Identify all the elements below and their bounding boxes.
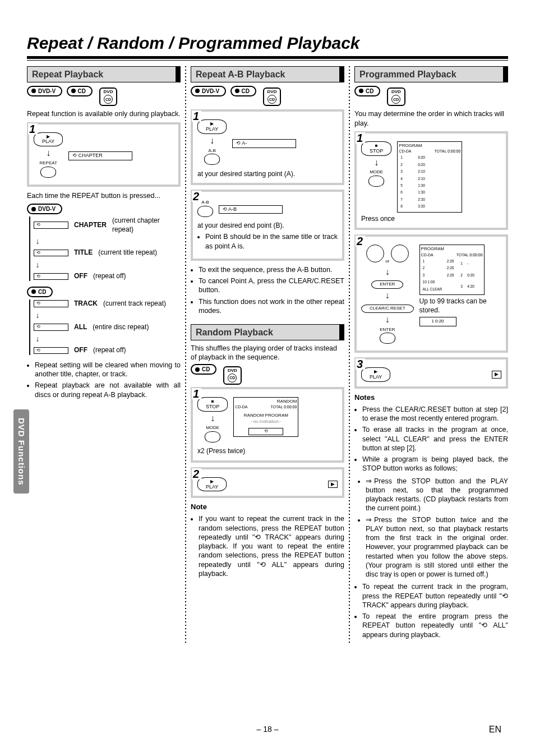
ab-button-2 [197, 206, 213, 217]
ab-step2-caption: at your desired end point (B). [197, 222, 338, 231]
random-step1: 1 ■STOP ↓ MODE RANDOM CD-DATOTAL 0:00:00… [191, 387, 344, 463]
prog-step1-caption: Press once [361, 215, 501, 224]
mode-button [205, 431, 220, 442]
repeat-label: REPEAT [34, 160, 63, 166]
osd-a: ⟲ A- [232, 139, 296, 148]
mode-button-2 [368, 176, 384, 187]
page-lang: EN [489, 725, 501, 735]
col-repeat-playback: Repeat Playback DVD-V CD DVDCD Repeat fu… [27, 66, 181, 643]
random-step2: 2 ▶PLAY ▶ [191, 467, 344, 499]
repeat-notes: Repeat setting will be cleared when movi… [27, 361, 181, 399]
random-step1-caption: x2 (Press twice) [197, 447, 338, 456]
badge-dvdv-2: DVD-V [27, 204, 62, 214]
heading-ab: Repeat A-B Playback [191, 66, 344, 82]
dpad-icon [366, 245, 384, 262]
badge-vcd: DVDCD [99, 87, 118, 106]
badge-vcd-3: DVDCD [223, 366, 242, 385]
dpad-icon-2 [391, 245, 409, 262]
page-footer: – 18 – EN [0, 725, 535, 734]
clear-button: CLEAR/C.RESET [361, 305, 414, 313]
prog-step1: 1 ■STOP ↓ MODE PROGRAM CD-DATOTAL 0:00:0… [354, 131, 508, 231]
random-screen: RANDOM CD-DATOTAL 0:00:00 RANDOM PROGRAM… [233, 397, 298, 437]
ab-notes: To exit the sequence, press the A-B butt… [191, 265, 344, 315]
repeat-button [40, 167, 56, 178]
ab-step1: 1 ▶PLAY ↓ A-B ⟲ A- at your desired start… [191, 109, 344, 185]
ab-label: A-B [197, 148, 227, 154]
stop-button: ■STOP [197, 397, 228, 412]
step-number-1: 1 [28, 123, 38, 135]
badge-cd-4: CD [191, 364, 216, 375]
play-button-3: ▶PLAY [197, 477, 227, 492]
column-separator-1 [185, 66, 186, 643]
ab-button [204, 154, 220, 165]
play-button-2: ▶PLAY [197, 119, 227, 134]
prog-screen-2: PROGRAM CD-DATOTAL 0:00:00 12:2022:2032:… [419, 245, 485, 295]
badge-dvdv-3: DVD-V [191, 86, 226, 96]
ab-step2-bullet: Point B should be in the same title or t… [205, 232, 338, 251]
cd-repeat-cycle: ⟲ TRACK (current track repeat) ↓ ⟲ ALL (… [29, 299, 181, 355]
badge-vcd-2: DVDCD [263, 87, 282, 106]
stop-button-2: ■STOP [361, 141, 391, 156]
prog-screen-2b: 1 0:20 [419, 317, 456, 326]
play-icon-2: ▶ [492, 371, 501, 379]
play-button-4: ▶PLAY [361, 367, 390, 382]
play-button: ▶PLAY [34, 132, 63, 147]
prog-step3: 3 ▶PLAY ▶ [354, 357, 508, 389]
arrow-down-icon: ↓ [34, 147, 63, 159]
prog-notes-tail: To repeat the current track in the progr… [354, 582, 508, 639]
heading-repeat: Repeat Playback [27, 66, 181, 82]
step1-repeat: 1 ▶PLAY ↓ REPEAT ⟲ CHAPTER [27, 122, 181, 187]
osd-chapter: ⟲ CHAPTER [68, 151, 132, 160]
enter-button: ENTER [371, 280, 403, 289]
prog-notes-head: Notes [354, 393, 508, 403]
random-intro: This shuffles the playing order of track… [191, 344, 344, 362]
random-note-head: Note [191, 503, 344, 512]
side-tab-label: DVD Functions [17, 418, 26, 486]
prog-intro: You may determine the order in which tra… [354, 109, 508, 128]
column-separator-2 [349, 66, 350, 643]
prog-screen-1: PROGRAM CD-DATOTAL 0:00:00 10:2020:2032:… [397, 141, 462, 213]
page-title: Repeat / Random / Programmed Playback [27, 34, 508, 53]
repeat-intro: Repeat function is available only during… [27, 109, 181, 118]
cycle-icon: ⟲ [34, 222, 68, 228]
heading-programmed: Programmed Playback [354, 66, 508, 82]
badge-cd-3: CD [230, 86, 256, 96]
badge-vcd-4: DVDCD [387, 87, 405, 106]
prog-step2-caption: Up to 99 tracks can be stored. [419, 297, 501, 315]
heading-random: Random Playback [191, 324, 344, 340]
prog-sub-notes: Press the STOP button and the PLAY butto… [354, 477, 508, 579]
col-center: Repeat A-B Playback DVD-V CD DVDCD 1 ▶PL… [191, 66, 344, 643]
title-rule [27, 56, 508, 61]
badge-cd-5: CD [354, 86, 380, 96]
prog-notes: Press the CLEAR/C.RESET button at step [… [354, 405, 508, 473]
each-time-text: Each time the REPEAT button is pressed..… [27, 191, 181, 200]
badge-cd: CD [67, 86, 93, 96]
side-tab: DVD Functions [13, 409, 29, 494]
badge-cd-2: CD [27, 287, 53, 297]
prog-step2: 2 or ↓ ENTER ↓ CLEAR/C.RESET ↓ ENTER [354, 234, 508, 353]
page-number: – 18 – [257, 725, 279, 734]
random-note: If you want to repeat the current track … [191, 514, 344, 578]
osd-ab: ⟲ A-B [219, 205, 283, 214]
enter-button-2 [380, 333, 395, 344]
col-programmed: Programmed Playback CD DVDCD You may det… [354, 66, 508, 643]
ab-step2: 2 A-B ⟲ A-B at your desired end point (B… [191, 190, 344, 261]
ab-step1-caption: at your desired starting point (A). [197, 170, 338, 179]
dvd-repeat-cycle: ⟲ CHAPTER (current chapter repeat) ↓ ⟲ T… [29, 216, 181, 281]
badge-dvdv: DVD-V [27, 86, 62, 96]
play-icon: ▶ [328, 481, 338, 488]
